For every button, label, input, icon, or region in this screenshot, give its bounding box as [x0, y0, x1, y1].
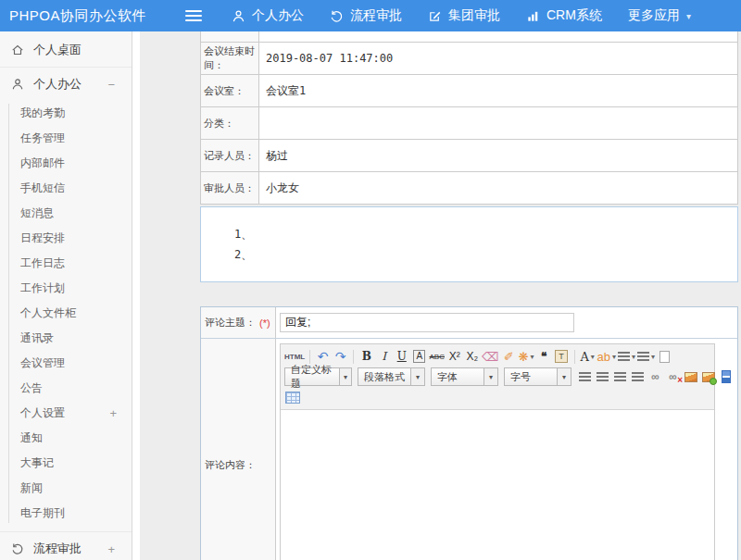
paste-plain-text-icon[interactable]: T: [553, 348, 571, 365]
sidebar-subitem[interactable]: 我的考勤: [0, 101, 132, 126]
unordered-list-icon[interactable]: [636, 348, 656, 365]
sidebar-subitem[interactable]: 内部邮件: [0, 151, 132, 176]
field-value: 小龙女: [259, 172, 737, 204]
redo-icon[interactable]: ↷: [332, 348, 349, 365]
nav-more-apps[interactable]: 更多应用 ▾: [628, 7, 691, 24]
align-center-icon[interactable]: [594, 368, 611, 385]
italic-icon[interactable]: I: [375, 348, 393, 365]
unlink-icon[interactable]: ∞: [664, 368, 682, 385]
editor-toolbar: HTML ↶ ↷: [281, 344, 714, 410]
align-left-icon[interactable]: [576, 368, 594, 385]
eraser-icon[interactable]: ⌫: [481, 348, 499, 365]
editor-dropdown[interactable]: 自定义标题 ▾: [284, 367, 352, 386]
divider: [0, 67, 132, 68]
underline-icon[interactable]: U: [393, 348, 410, 365]
sidebar-subitem[interactable]: 公告: [0, 376, 132, 401]
media-icon[interactable]: [717, 368, 735, 385]
nav-workflow-approval[interactable]: 流程审批: [330, 7, 402, 24]
sidebar-item-personal-desktop[interactable]: 个人桌面: [0, 36, 132, 64]
edit-icon: [428, 9, 442, 23]
expand-icon[interactable]: +: [107, 542, 115, 556]
quick-format-icon[interactable]: ❋: [518, 348, 535, 365]
font-color-icon[interactable]: A: [579, 348, 597, 365]
html-source-button[interactable]: HTML: [283, 348, 306, 365]
sidebar-submenu: 我的考勤 任务管理 内部邮件 手机短信: [0, 98, 132, 529]
person-icon: [232, 9, 245, 23]
toolbar-row2-icons: ∞ ∞: [576, 368, 735, 385]
editor-dropdown[interactable]: 字体 ▾: [431, 367, 498, 386]
ordered-list-icon[interactable]: [617, 348, 636, 365]
field-label: 会议结束时间：: [201, 43, 259, 74]
align-right-icon[interactable]: [611, 368, 629, 385]
justify-icon[interactable]: [629, 368, 647, 385]
image-icon[interactable]: [682, 368, 699, 385]
sidebar-subitem[interactable]: 短消息: [0, 201, 132, 226]
nav-personal-office[interactable]: 个人办公: [232, 7, 304, 24]
editor-dropdown[interactable]: 段落格式 ▾: [358, 367, 425, 386]
undo-icon[interactable]: ↶: [314, 348, 332, 365]
sidebar-subitem[interactable]: 手机短信: [0, 176, 132, 201]
sidebar-subitem[interactable]: 通讯录: [0, 326, 132, 351]
table-row: 分类：: [201, 107, 737, 140]
menu-toggle-icon[interactable]: [185, 10, 202, 21]
field-value: 杨过: [259, 140, 737, 171]
editor-dropdown[interactable]: 字号 ▾: [504, 367, 571, 386]
field-label: 记录人员：: [201, 140, 259, 171]
field-value: 会议室1: [259, 75, 737, 106]
editor-content-area[interactable]: [281, 410, 714, 560]
indent-guide-line: [8, 104, 9, 523]
nav-crm-system[interactable]: CRM系统: [526, 7, 602, 24]
sidebar-item-personal-office[interactable]: 个人办公 −: [0, 70, 132, 98]
main-content: 会议结束时间： 2019-08-07 11:47:00 会议室： 会议室1 分类…: [140, 31, 741, 560]
content-line: 1、: [234, 224, 737, 244]
table-row: 会议室： 会议室1: [201, 75, 737, 107]
sidebar-subitem[interactable]: 通知: [0, 426, 132, 451]
meeting-detail-table: 会议结束时间： 2019-08-07 11:47:00 会议室： 会议室1 分类…: [200, 31, 738, 205]
format-brush-icon[interactable]: ✐: [500, 348, 518, 365]
toolbar-row-3: [283, 387, 711, 407]
person-icon: [11, 78, 26, 91]
sidebar-subitem[interactable]: 电子期刊: [0, 501, 132, 526]
highlight-color-icon[interactable]: ab: [597, 348, 617, 365]
divider: [0, 531, 132, 532]
caret-down-icon: ▾: [484, 368, 497, 385]
comment-subject-input[interactable]: [280, 313, 574, 332]
nav-group-approval[interactable]: 集团审批: [428, 7, 500, 24]
bold-icon[interactable]: B: [358, 348, 375, 365]
table-icon[interactable]: [283, 389, 301, 405]
sidebar-subitem[interactable]: 新闻: [0, 476, 132, 501]
top-header-bar: PHPOA协同办公软件 个人办公 流程审批 集团审批 CRM系统 更多应用 ▾: [0, 0, 741, 31]
field-label: 会议室：: [201, 75, 259, 106]
toolbar-selects: 自定义标题 ▾ 段落格式 ▾: [283, 367, 576, 387]
app-window: PHPOA协同办公软件 个人办公 流程审批 集团审批 CRM系统 更多应用 ▾: [0, 0, 741, 560]
caret-down-icon: ▾: [339, 368, 351, 385]
sidebar-subitem[interactable]: 会议管理: [0, 351, 132, 376]
superscript-icon[interactable]: X²: [446, 348, 463, 365]
table-row: 会议结束时间： 2019-08-07 11:47:00: [201, 43, 737, 75]
subscript-icon[interactable]: X₂: [463, 348, 481, 365]
toolbar-separator[interactable]: [353, 350, 354, 364]
sidebar-subitem[interactable]: 个人设置 +: [0, 401, 132, 426]
blockquote-icon[interactable]: ❝: [535, 348, 553, 365]
toolbar-row-1: HTML ↶ ↷: [283, 346, 711, 367]
link-icon[interactable]: ∞: [647, 368, 664, 385]
sidebar-subitem[interactable]: 任务管理: [0, 126, 132, 151]
collapse-icon[interactable]: −: [107, 78, 115, 92]
multi-image-icon[interactable]: [699, 368, 717, 385]
toolbar-separator[interactable]: [574, 350, 575, 364]
expand-icon[interactable]: +: [109, 406, 117, 420]
sidebar-subitem[interactable]: 大事记: [0, 451, 132, 476]
strikethrough-icon[interactable]: ABC: [428, 348, 446, 365]
sidebar-item-workflow-approval[interactable]: 流程审批 +: [0, 535, 132, 560]
sidebar-subitem[interactable]: 工作日志: [0, 251, 132, 276]
new-document-icon[interactable]: [656, 348, 673, 365]
sidebar: 个人桌面 个人办公 − 我的考勤: [0, 31, 132, 560]
bar-chart-icon: [526, 9, 540, 23]
sidebar-subitem[interactable]: 个人文件柜: [0, 301, 132, 326]
toolbar-separator[interactable]: [309, 350, 310, 364]
font-style-icon[interactable]: A: [410, 348, 428, 365]
table-row-partial: [201, 31, 737, 43]
toolbar-row-2: 自定义标题 ▾ 段落格式 ▾: [283, 367, 711, 387]
sidebar-subitem[interactable]: 工作计划: [0, 276, 132, 301]
sidebar-subitem[interactable]: 日程安排: [0, 226, 132, 251]
